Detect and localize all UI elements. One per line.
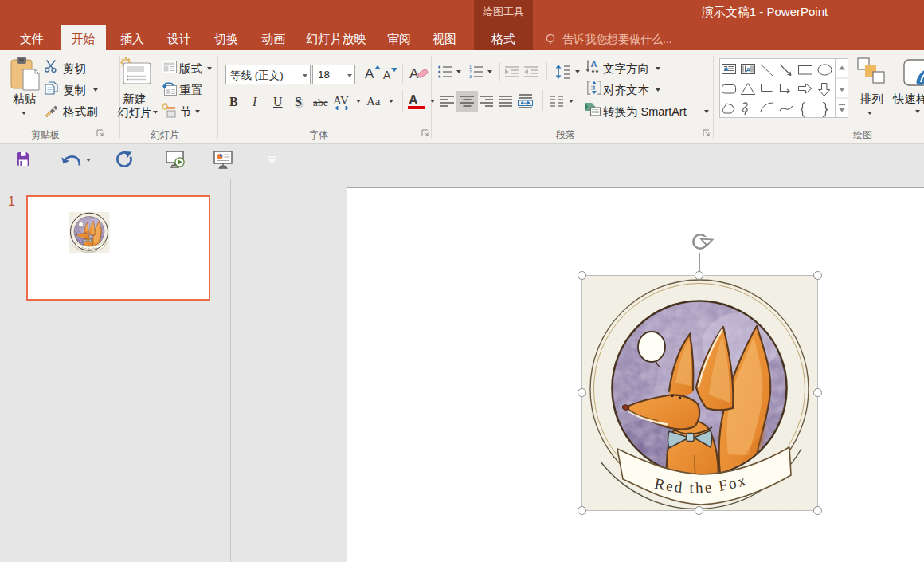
svg-text:A: A <box>724 65 729 73</box>
svg-text:A: A <box>591 59 597 69</box>
svg-text:A: A <box>746 66 751 73</box>
svg-text:3: 3 <box>469 74 472 79</box>
